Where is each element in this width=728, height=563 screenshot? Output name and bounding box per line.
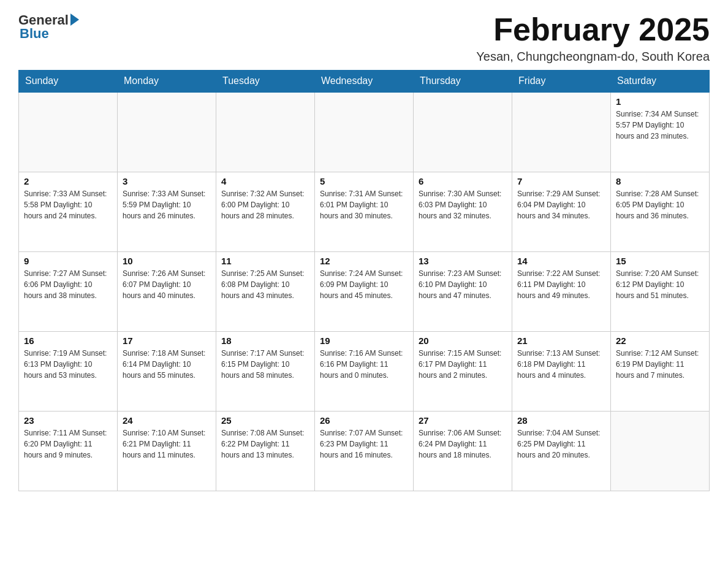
calendar-cell: [611, 411, 710, 491]
day-info: Sunrise: 7:25 AM Sunset: 6:08 PM Dayligh…: [221, 268, 309, 301]
day-number: 14: [517, 256, 605, 266]
logo-arrow-icon: [70, 13, 79, 26]
day-info: Sunrise: 7:24 AM Sunset: 6:09 PM Dayligh…: [320, 268, 408, 301]
day-number: 16: [24, 335, 112, 346]
calendar-cell: 13Sunrise: 7:23 AM Sunset: 6:10 PM Dayli…: [414, 251, 512, 331]
day-number: 1: [616, 96, 704, 107]
calendar-cell: [118, 92, 216, 172]
day-number: 12: [320, 256, 408, 266]
day-number: 11: [221, 256, 309, 266]
day-info: Sunrise: 7:06 AM Sunset: 6:24 PM Dayligh…: [419, 427, 507, 461]
calendar-cell: [512, 92, 611, 172]
day-number: 15: [616, 256, 704, 266]
calendar-cell: 9Sunrise: 7:27 AM Sunset: 6:06 PM Daylig…: [19, 251, 118, 331]
calendar-cell: 2Sunrise: 7:33 AM Sunset: 5:58 PM Daylig…: [19, 172, 118, 251]
calendar-header-wednesday: Wednesday: [315, 71, 414, 93]
calendar-cell: 5Sunrise: 7:31 AM Sunset: 6:01 PM Daylig…: [315, 172, 414, 251]
calendar-header-sunday: Sunday: [19, 71, 118, 93]
day-info: Sunrise: 7:33 AM Sunset: 5:58 PM Dayligh…: [24, 188, 112, 221]
day-number: 27: [419, 415, 507, 426]
calendar-cell: 20Sunrise: 7:15 AM Sunset: 6:17 PM Dayli…: [414, 331, 512, 411]
day-info: Sunrise: 7:30 AM Sunset: 6:03 PM Dayligh…: [419, 188, 507, 221]
day-info: Sunrise: 7:23 AM Sunset: 6:10 PM Dayligh…: [419, 268, 507, 301]
day-info: Sunrise: 7:19 AM Sunset: 6:13 PM Dayligh…: [24, 348, 112, 381]
day-info: Sunrise: 7:11 AM Sunset: 6:20 PM Dayligh…: [24, 427, 112, 461]
day-number: 25: [221, 415, 309, 426]
calendar-cell: 27Sunrise: 7:06 AM Sunset: 6:24 PM Dayli…: [414, 411, 512, 491]
title-section: February 2025 Yesan, Chungcheongnam-do, …: [476, 12, 710, 64]
calendar-table: SundayMondayTuesdayWednesdayThursdayFrid…: [18, 70, 710, 491]
day-number: 21: [517, 335, 605, 346]
day-info: Sunrise: 7:32 AM Sunset: 6:00 PM Dayligh…: [221, 188, 309, 221]
day-info: Sunrise: 7:31 AM Sunset: 6:01 PM Dayligh…: [320, 188, 408, 221]
day-info: Sunrise: 7:17 AM Sunset: 6:15 PM Dayligh…: [221, 348, 309, 381]
day-number: 28: [517, 415, 605, 426]
day-number: 5: [320, 176, 408, 186]
day-info: Sunrise: 7:12 AM Sunset: 6:19 PM Dayligh…: [616, 348, 704, 381]
day-info: Sunrise: 7:28 AM Sunset: 6:05 PM Dayligh…: [616, 188, 704, 221]
day-info: Sunrise: 7:15 AM Sunset: 6:17 PM Dayligh…: [419, 348, 507, 381]
day-number: 13: [419, 256, 507, 266]
calendar-cell: 19Sunrise: 7:16 AM Sunset: 6:16 PM Dayli…: [315, 331, 414, 411]
day-number: 2: [24, 176, 112, 186]
location-text: Yesan, Chungcheongnam-do, South Korea: [476, 50, 710, 64]
calendar-cell: 16Sunrise: 7:19 AM Sunset: 6:13 PM Dayli…: [19, 331, 118, 411]
day-info: Sunrise: 7:34 AM Sunset: 5:57 PM Dayligh…: [616, 109, 704, 142]
calendar-cell: 1Sunrise: 7:34 AM Sunset: 5:57 PM Daylig…: [611, 92, 710, 172]
day-number: 18: [221, 335, 309, 346]
page-header: General Blue February 2025 Yesan, Chungc…: [18, 12, 710, 64]
calendar-cell: 18Sunrise: 7:17 AM Sunset: 6:15 PM Dayli…: [216, 331, 315, 411]
day-number: 4: [221, 176, 309, 186]
calendar-cell: [216, 92, 315, 172]
day-info: Sunrise: 7:10 AM Sunset: 6:21 PM Dayligh…: [123, 427, 211, 461]
day-info: Sunrise: 7:20 AM Sunset: 6:12 PM Dayligh…: [616, 268, 704, 301]
day-info: Sunrise: 7:29 AM Sunset: 6:04 PM Dayligh…: [517, 188, 605, 221]
day-number: 20: [419, 335, 507, 346]
day-info: Sunrise: 7:08 AM Sunset: 6:22 PM Dayligh…: [221, 427, 309, 461]
calendar-cell: 4Sunrise: 7:32 AM Sunset: 6:00 PM Daylig…: [216, 172, 315, 251]
calendar-cell: 14Sunrise: 7:22 AM Sunset: 6:11 PM Dayli…: [512, 251, 611, 331]
day-number: 6: [419, 176, 507, 186]
day-number: 17: [123, 335, 211, 346]
calendar-cell: 12Sunrise: 7:24 AM Sunset: 6:09 PM Dayli…: [315, 251, 414, 331]
calendar-cell: 21Sunrise: 7:13 AM Sunset: 6:18 PM Dayli…: [512, 331, 611, 411]
calendar-week-row: 9Sunrise: 7:27 AM Sunset: 6:06 PM Daylig…: [19, 251, 710, 331]
calendar-cell: 8Sunrise: 7:28 AM Sunset: 6:05 PM Daylig…: [611, 172, 710, 251]
calendar-header-tuesday: Tuesday: [216, 71, 315, 93]
day-number: 22: [616, 335, 704, 346]
calendar-header-friday: Friday: [512, 71, 611, 93]
calendar-cell: [315, 92, 414, 172]
calendar-cell: 10Sunrise: 7:26 AM Sunset: 6:07 PM Dayli…: [118, 251, 216, 331]
calendar-cell: [414, 92, 512, 172]
calendar-cell: 6Sunrise: 7:30 AM Sunset: 6:03 PM Daylig…: [414, 172, 512, 251]
logo-blue-text: Blue: [20, 26, 49, 42]
calendar-week-row: 2Sunrise: 7:33 AM Sunset: 5:58 PM Daylig…: [19, 172, 710, 251]
day-info: Sunrise: 7:13 AM Sunset: 6:18 PM Dayligh…: [517, 348, 605, 381]
day-info: Sunrise: 7:18 AM Sunset: 6:14 PM Dayligh…: [123, 348, 211, 381]
calendar-header-monday: Monday: [118, 71, 216, 93]
calendar-cell: 15Sunrise: 7:20 AM Sunset: 6:12 PM Dayli…: [611, 251, 710, 331]
day-number: 7: [517, 176, 605, 186]
day-info: Sunrise: 7:33 AM Sunset: 5:59 PM Dayligh…: [123, 188, 211, 221]
day-number: 3: [123, 176, 211, 186]
day-info: Sunrise: 7:04 AM Sunset: 6:25 PM Dayligh…: [517, 427, 605, 461]
calendar-header-saturday: Saturday: [611, 71, 710, 93]
day-number: 23: [24, 415, 112, 426]
calendar-cell: 11Sunrise: 7:25 AM Sunset: 6:08 PM Dayli…: [216, 251, 315, 331]
calendar-cell: 7Sunrise: 7:29 AM Sunset: 6:04 PM Daylig…: [512, 172, 611, 251]
calendar-cell: 22Sunrise: 7:12 AM Sunset: 6:19 PM Dayli…: [611, 331, 710, 411]
calendar-week-row: 23Sunrise: 7:11 AM Sunset: 6:20 PM Dayli…: [19, 411, 710, 491]
day-info: Sunrise: 7:07 AM Sunset: 6:23 PM Dayligh…: [320, 427, 408, 461]
day-info: Sunrise: 7:22 AM Sunset: 6:11 PM Dayligh…: [517, 268, 605, 301]
calendar-cell: 25Sunrise: 7:08 AM Sunset: 6:22 PM Dayli…: [216, 411, 315, 491]
day-number: 19: [320, 335, 408, 346]
month-title: February 2025: [476, 12, 710, 47]
calendar-header-row: SundayMondayTuesdayWednesdayThursdayFrid…: [19, 71, 710, 93]
calendar-cell: 26Sunrise: 7:07 AM Sunset: 6:23 PM Dayli…: [315, 411, 414, 491]
calendar-cell: 23Sunrise: 7:11 AM Sunset: 6:20 PM Dayli…: [19, 411, 118, 491]
day-number: 24: [123, 415, 211, 426]
day-info: Sunrise: 7:16 AM Sunset: 6:16 PM Dayligh…: [320, 348, 408, 381]
day-info: Sunrise: 7:26 AM Sunset: 6:07 PM Dayligh…: [123, 268, 211, 301]
calendar-cell: 28Sunrise: 7:04 AM Sunset: 6:25 PM Dayli…: [512, 411, 611, 491]
calendar-header-thursday: Thursday: [414, 71, 512, 93]
